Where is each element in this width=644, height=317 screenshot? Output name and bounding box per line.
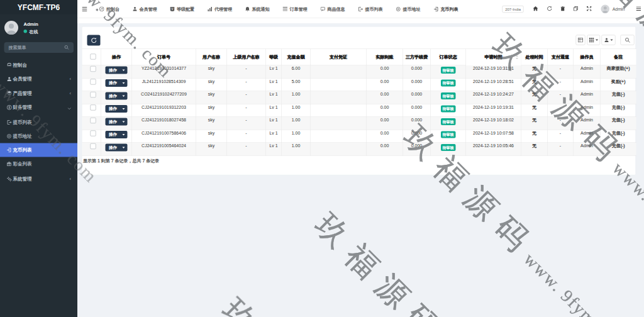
svg-text:V: V [171, 8, 173, 11]
